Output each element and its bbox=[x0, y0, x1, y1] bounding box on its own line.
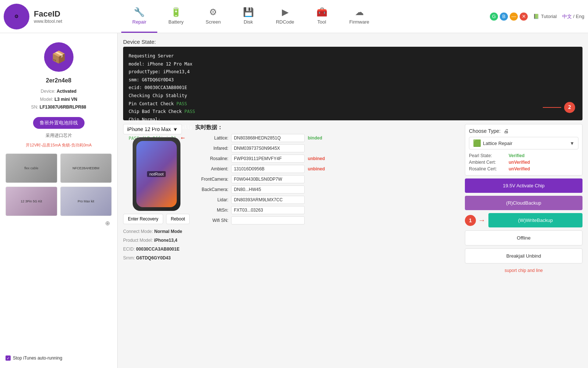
device-state-box: Requesting Server model: iPhone 12 Pro M… bbox=[123, 47, 582, 120]
nav-right: G B — ✕ 📗 Tutorial 中文 / Eng bbox=[490, 13, 584, 21]
tab-rdcode-label: RDCode bbox=[276, 19, 294, 25]
log-line-11: PASS (LB Official) ← bbox=[129, 132, 577, 144]
rdcode-icon: ▶ bbox=[282, 7, 288, 17]
model-value: L3 mini VN bbox=[54, 97, 77, 102]
sn-value: LF13087U6RBRLPR88 bbox=[40, 105, 86, 110]
activate-chip-button[interactable]: 19.5V Activate Chip bbox=[465, 178, 582, 193]
infared-value bbox=[231, 144, 305, 152]
enter-recovery-button[interactable]: Enter Recovery bbox=[123, 214, 163, 224]
repair-icon: 🔧 bbox=[134, 7, 145, 17]
tab-battery[interactable]: 🔋 Battery bbox=[157, 0, 194, 33]
write-backup-button[interactable]: (W)WriteBackup bbox=[488, 213, 582, 227]
data-row-ambient: Ambient: unbined bbox=[195, 165, 459, 173]
offline-button[interactable]: Offline bbox=[465, 230, 582, 245]
stop-itunes-checkbox[interactable]: ✓ bbox=[6, 355, 11, 361]
tab-repair[interactable]: 🔧 Repair bbox=[121, 0, 157, 33]
ambient-cert-label: Ambient Cert: bbox=[469, 160, 506, 165]
breakjail-button[interactable]: Breakjail Unbind bbox=[465, 248, 582, 263]
annotation-1: 1 → bbox=[465, 215, 485, 226]
log-line-4: smm: G6TDQ6GY0D43 bbox=[129, 76, 577, 84]
nav-icon-green[interactable]: G bbox=[490, 13, 498, 21]
ambient-cert-row: Ambient Cert: unVerified bbox=[469, 160, 578, 165]
wifisn-value bbox=[231, 216, 305, 224]
tab-rdcode[interactable]: ▶ RDCode bbox=[265, 0, 305, 33]
reboot-button[interactable]: Reboot bbox=[166, 214, 190, 224]
nav-icons: G B — ✕ bbox=[490, 13, 528, 21]
battery-button[interactable]: 鲁班外置电池排线 bbox=[33, 117, 85, 129]
cloud-backup-button[interactable]: (R)CloudBackup bbox=[465, 196, 582, 210]
connect-info: Connect Mode: Normal Mode Product Model:… bbox=[123, 227, 190, 262]
product-img-1-label: flex cable bbox=[24, 166, 38, 170]
nav-icon-close[interactable]: ✕ bbox=[520, 13, 528, 21]
data-rows: Lattice: binded Infared: Rosaline: unbin… bbox=[195, 134, 459, 224]
product-img-1[interactable]: flex cable bbox=[6, 153, 57, 183]
device-state-section: Device State: Requesting Server model: i… bbox=[123, 39, 582, 120]
tutorial-book-icon: 📗 bbox=[533, 14, 539, 19]
tab-screen[interactable]: ⚙ Screen bbox=[194, 0, 232, 33]
log-line-8: Chip Bad Track Check PASS bbox=[129, 108, 577, 116]
tab-repair-label: Repair bbox=[132, 19, 146, 25]
product-img-4[interactable]: Pro Max kit bbox=[60, 187, 112, 216]
cert-info: Pearl State: Verified Ambient Cert: unVe… bbox=[469, 153, 578, 171]
product-images-row1: flex cable NFCE28AHEDBM bbox=[6, 153, 112, 183]
phone-root-label: notRoot bbox=[147, 171, 166, 177]
zoom-icon[interactable]: ⊕ bbox=[105, 220, 110, 227]
action-buttons-row: Enter Recovery Reboot bbox=[123, 214, 190, 224]
data-row-mtsn: MtSn: bbox=[195, 206, 459, 214]
log-line-10: Pearl Bined Successfully bbox=[129, 124, 577, 132]
log-line-9: Chip Normal; bbox=[129, 116, 577, 124]
rosaline-cert-label: Rosaline Cert: bbox=[469, 166, 506, 171]
connect-mode-label: Connect Mode: bbox=[123, 229, 153, 234]
left-panel: iPhone 12 Pro Max ▼ notRoot Enter Recove… bbox=[123, 124, 190, 275]
nav-tabs: 🔧 Repair 🔋 Battery ⚙ Screen 💾 Disk ▶ RDC… bbox=[121, 0, 490, 33]
top-nav: ⚙ FaceID www.lbtool.net 🔧 Repair 🔋 Batte… bbox=[0, 0, 588, 33]
action-buttons-panel: 19.5V Activate Chip (R)CloudBackup 1 → (… bbox=[465, 178, 582, 275]
data-row-rosaline: Rosaline: unbined bbox=[195, 155, 459, 163]
ecid-label: ECID: bbox=[123, 247, 135, 252]
product-model-label: Product Model: bbox=[123, 238, 153, 243]
language-switcher[interactable]: 中文 / Eng bbox=[562, 13, 584, 20]
backcamera-label: BackCamera: bbox=[195, 187, 228, 192]
battery-icon: 🔋 bbox=[171, 7, 182, 17]
ecid-row: ECID: 00030CCA3AB8001E bbox=[123, 245, 190, 254]
lang-sep: / bbox=[573, 14, 575, 19]
disk-icon: 💾 bbox=[243, 7, 254, 17]
product-model-row: Product Model: iPhone13,4 bbox=[123, 236, 190, 245]
tab-disk[interactable]: 💾 Disk bbox=[232, 0, 265, 33]
nav-icon-minimize[interactable]: — bbox=[510, 13, 518, 21]
tab-firmware-label: Firmware bbox=[349, 19, 369, 25]
tutorial-button[interactable]: 📗 Tutorial bbox=[533, 14, 557, 19]
write-backup-label: (W)WriteBackup bbox=[518, 217, 553, 223]
ambient-status: unbined bbox=[308, 166, 325, 171]
tool-icon: 🧰 bbox=[316, 7, 327, 17]
tab-firmware[interactable]: ☁ Firmware bbox=[338, 0, 380, 33]
ecid-value: 00030CCA3AB8001E bbox=[136, 247, 179, 252]
right-panel: Choose Type: 🖨 🟩 Lattice Repair ▼ Pearl … bbox=[465, 124, 582, 275]
chip-info: 开12V时-品质15mA 免锁-负功耗0mA bbox=[26, 142, 92, 148]
product-img-3[interactable]: 12 3Pin 5G Kit bbox=[6, 187, 57, 216]
log-line-1: Requesting Server bbox=[129, 52, 577, 60]
logo-icon: ⚙ bbox=[4, 4, 29, 29]
logo-area: ⚙ FaceID www.lbtool.net bbox=[4, 4, 121, 29]
product-img-3-label: 12 3Pin 5G Kit bbox=[21, 199, 42, 203]
app-title: FaceID bbox=[34, 9, 62, 19]
rosaline-cert-row: Rosaline Cert: unVerified bbox=[469, 166, 578, 171]
lidar-value bbox=[231, 196, 305, 204]
chip-pass: PASS bbox=[184, 109, 195, 114]
annotation-2: 2 bbox=[543, 102, 575, 113]
tab-battery-label: Battery bbox=[168, 19, 183, 25]
tab-tool[interactable]: 🧰 Tool bbox=[305, 0, 338, 33]
chip-label: 采用进口芯片 bbox=[46, 132, 72, 139]
connect-mode-row: Connect Mode: Normal Mode bbox=[123, 227, 190, 236]
product-img-2[interactable]: NFCE28AHEDBM bbox=[60, 153, 112, 183]
avatar-icon: 📦 bbox=[51, 50, 66, 64]
data-row-wifisn: Wifi SN: bbox=[195, 216, 459, 224]
nav-icon-blue[interactable]: B bbox=[500, 13, 508, 21]
mtsn-label: MtSn: bbox=[195, 208, 228, 213]
circle-2: 2 bbox=[564, 102, 575, 113]
content-area: Device State: Requesting Server model: i… bbox=[118, 33, 588, 368]
log-line-6: Checking Chip Stablity bbox=[129, 92, 577, 100]
pin-pass: PASS bbox=[176, 101, 187, 106]
product-images-row2: 12 3Pin 5G Kit Pro Max kit bbox=[6, 187, 112, 216]
phone-image: notRoot bbox=[133, 137, 180, 211]
